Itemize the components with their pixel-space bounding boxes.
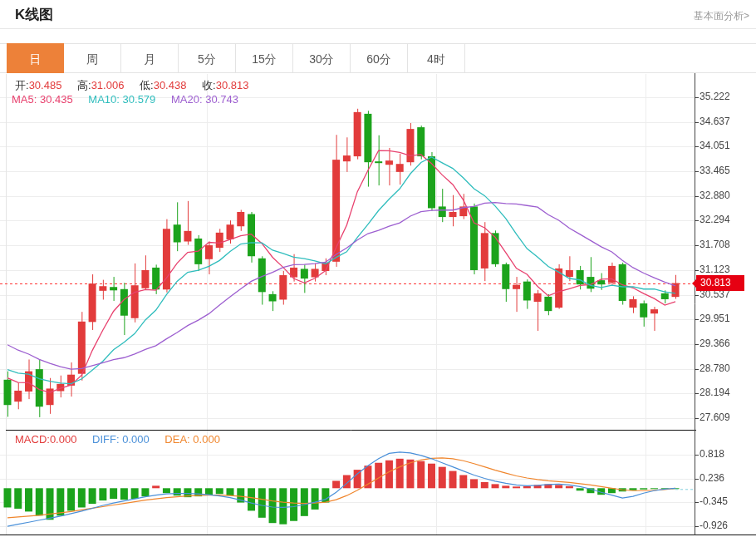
ohlc-low: 低:30.438 (140, 79, 186, 91)
dea-value: DEA: 0.000 (164, 433, 220, 446)
axis-tick-label: 35.222 (700, 91, 753, 102)
tab-month[interactable]: 月 (121, 43, 179, 73)
tab-day[interactable]: 日 (7, 43, 64, 73)
diff-value: DIFF: 0.000 (92, 433, 150, 446)
axis-tick-label: 31.123 (700, 264, 753, 275)
macd-legend: MACD:0.000 DIFF: 0.000 DEA: 0.000 (15, 433, 233, 446)
macd-value: MACD:0.000 (15, 433, 76, 446)
tab-5min[interactable]: 5分 (179, 43, 236, 73)
ohlc-close: 收:30.813 (202, 79, 248, 91)
axis-tick-label: 32.880 (700, 190, 753, 201)
ohlc-open: 开:30.485 (15, 79, 61, 91)
axis-tick-label: 34.051 (700, 140, 753, 151)
ma20-legend: MA20: 30.743 (171, 93, 238, 106)
axis-tick-label: 28.194 (700, 387, 753, 398)
header-divider (0, 28, 756, 29)
ma10-legend: MA10: 30.579 (88, 93, 155, 106)
axis-tick-label: 27.609 (700, 411, 753, 423)
current-price-badge: 30.813 (696, 275, 744, 291)
axis-tick-label: 32.294 (700, 214, 753, 225)
tab-60min[interactable]: 60分 (351, 43, 408, 73)
ohlc-high: 高:31.006 (77, 79, 124, 91)
axis-tick-label: 29.951 (700, 313, 753, 324)
kline-app: K线图 基本面分析> 日 周 月 5分 15分 30分 60分 4时 开:30.… (0, 0, 756, 537)
tab-week[interactable]: 周 (64, 43, 121, 73)
tab-30min[interactable]: 30分 (293, 43, 351, 73)
page-title: K线图 (15, 5, 53, 24)
axis-tick-label: -0.926 (700, 520, 753, 531)
axis-tick-label: 33.465 (700, 165, 753, 176)
period-tab-strip: 日 周 月 5分 15分 30分 60分 4时 (0, 43, 756, 73)
axis-tick-label: 28.780 (700, 362, 753, 374)
ohlc-legend: 开:30.485 高:31.006 低:30.438 收:30.813 (15, 78, 261, 93)
axis-tick-label: 34.637 (700, 116, 753, 127)
tab-15min[interactable]: 15分 (236, 43, 293, 73)
tab-4hour[interactable]: 4时 (408, 43, 465, 73)
fundamental-analysis-link[interactable]: 基本面分析> (694, 9, 749, 23)
period-tabs: 日 周 月 5分 15分 30分 60分 4时 (7, 43, 465, 73)
axis-tick-label: 0.818 (700, 448, 753, 460)
axis-tick-label: -0.345 (700, 495, 753, 507)
ma-legend: MA5: 30.435 MA10: 30.579 MA20: 30.743 (12, 93, 251, 106)
axis-tick-label: 29.366 (700, 337, 753, 349)
axis-tick-label: 31.708 (700, 239, 753, 250)
axis-tick-label: 0.236 (700, 472, 753, 484)
ma5-legend: MA5: 30.435 (12, 93, 73, 106)
